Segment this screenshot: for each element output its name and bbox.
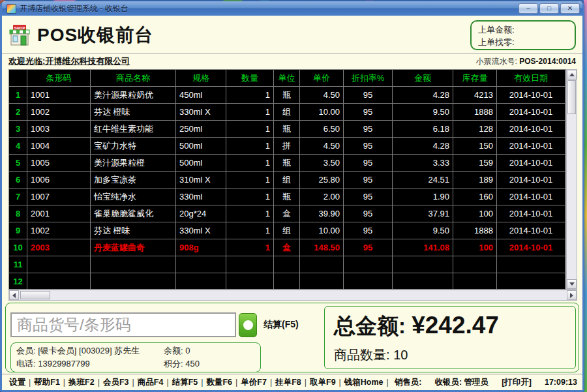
item-count-label: 商品数量: <box>334 348 390 362</box>
cell-price: 148.50 <box>300 239 344 256</box>
cell-discount: 95 <box>344 138 393 155</box>
cell-date <box>497 273 565 290</box>
toolbar-item[interactable]: 取单F9 <box>308 377 338 388</box>
toolbar-item[interactable]: 商品F4 <box>136 377 166 388</box>
cell-no: 5 <box>9 155 27 172</box>
cell-no: 4 <box>9 138 27 155</box>
toolbar-divider: | <box>385 378 390 387</box>
shop-icon: SHOP <box>8 25 31 46</box>
toolbar-item[interactable]: 挂单F8 <box>273 377 303 388</box>
toolbar-item[interactable]: 单价F7 <box>239 377 269 388</box>
cell-unit: 盒 <box>274 205 300 222</box>
vertical-scroll-track[interactable] <box>567 115 577 279</box>
receipt-number-value: POS-2014:0014 <box>519 57 576 66</box>
toolbar-item[interactable]: 数量F6 <box>204 377 234 388</box>
cell-no: 9 <box>9 222 27 239</box>
cell-discount: 95 <box>344 155 393 172</box>
vertical-scrollbar[interactable] <box>566 69 577 290</box>
cell-name: 加多宝凉茶 <box>91 172 176 188</box>
cell-price: 10.00 <box>300 222 344 239</box>
cell-stock <box>453 256 497 273</box>
column-header: 库存量 <box>453 70 497 87</box>
table-row[interactable]: 71007怡宝纯净水330ml1瓶2.00951.901602014-10-01 <box>9 188 565 205</box>
header: SHOP POS收银前台 上单金额: 上单找零: <box>2 16 582 53</box>
cell-stock: 1888 <box>453 104 497 121</box>
totals-box: 总金额: ¥242.47 商品数量: 10 <box>324 306 576 369</box>
cell-no: 7 <box>9 188 27 205</box>
cell-barcode: 1002 <box>27 222 91 239</box>
cell-no: 6 <box>9 172 27 188</box>
cell-price <box>300 256 344 273</box>
toolbar-item[interactable]: 设置 <box>7 377 27 388</box>
toolbar-item[interactable]: 帮助F1 <box>32 377 62 388</box>
cell-discount: 95 <box>344 172 393 188</box>
minimize-icon: – <box>526 5 530 12</box>
cell-spec: 330ml X <box>176 222 226 239</box>
cell-date: 2014-10-01 <box>497 155 565 172</box>
cell-unit: 瓶 <box>274 155 300 172</box>
table-row[interactable]: 82001雀巢脆脆鲨威化20g*241盒39.909537.911002014-… <box>9 205 565 222</box>
scroll-right-button[interactable] <box>567 290 577 300</box>
maximize-button[interactable]: □ <box>539 3 559 14</box>
cell-qty: 1 <box>226 121 274 138</box>
table-row[interactable]: 41004宝矿力水特500ml1拼4.50954.281502014-10-01 <box>9 138 565 155</box>
toolbar-item[interactable]: 换班F2 <box>67 377 97 388</box>
window-icon[interactable] <box>7 4 16 14</box>
toolbar-divider: | <box>200 378 204 387</box>
cell-stock: 160 <box>453 188 497 205</box>
scroll-up-button[interactable] <box>567 70 577 80</box>
page-title: POS收银前台 <box>37 23 153 48</box>
table-row[interactable]: 51005美汁源果粒橙500ml1瓶3.50953.331592014-10-0… <box>9 155 565 172</box>
function-toolbar: 设置|帮助F1|换班F2|会员F3|商品F4|结算F5|数量F6|单价F7|挂单… <box>2 374 582 390</box>
cell-barcode: 1006 <box>27 172 91 188</box>
cell-date: 2014-10-01 <box>497 104 565 121</box>
cell-barcode <box>27 256 91 273</box>
cell-barcode: 1004 <box>27 138 91 155</box>
minimize-button[interactable]: – <box>519 3 538 14</box>
scroll-left-button[interactable] <box>9 290 19 300</box>
toolbar-item[interactable]: 结算F5 <box>170 377 200 388</box>
table-row[interactable]: 11 <box>9 256 565 273</box>
member-info-box: 会员: [银卡会员] [003029] 苏先生 余额: 0 电话: 139299… <box>10 342 261 372</box>
cell-stock: 150 <box>453 138 497 155</box>
toolbar-item[interactable]: 钱箱Home <box>342 377 385 388</box>
arrow-up-icon <box>569 73 575 76</box>
cell-amount: 141.08 <box>393 239 453 256</box>
table-row[interactable]: 12 <box>9 273 565 290</box>
scroll-down-button[interactable] <box>567 279 577 289</box>
vertical-scroll-thumb[interactable] <box>567 80 576 114</box>
cell-date: 2014-10-01 <box>497 138 565 155</box>
table-row[interactable]: 31003红牛维生素功能250ml1瓶6.50956.181282014-10-… <box>9 121 565 138</box>
column-header: 规格 <box>176 70 226 87</box>
cell-spec: 250ml <box>176 121 226 138</box>
cell-name: 怡宝纯净水 <box>91 188 176 205</box>
table-row[interactable]: 91002芬达 橙味330ml X1组10.00959.5018882014-1… <box>9 222 565 239</box>
cell-price: 3.50 <box>300 155 344 172</box>
scan-button[interactable] <box>239 313 257 337</box>
cell-unit <box>274 273 300 290</box>
title-bar[interactable]: 开博店铺收银管理系统 - 收银台 – □ ✕ <box>2 1 582 16</box>
table-row[interactable]: 11001美汁源果粒奶优450ml1瓶4.50954.2842132014-10… <box>9 87 565 104</box>
cell-name: 宝矿力水特 <box>91 138 176 155</box>
table-row[interactable]: 21002芬达 橙味330ml X1组10.00959.5018882014-1… <box>9 104 565 121</box>
total-amount-value: ¥242.47 <box>412 312 499 339</box>
toolbar-item[interactable]: 会员F3 <box>101 377 131 388</box>
horizontal-scrollbar[interactable] <box>8 290 577 301</box>
cell-stock: 100 <box>453 205 497 222</box>
toolbar-divider: | <box>165 378 170 387</box>
horizontal-scroll-thumb[interactable] <box>20 291 50 299</box>
cell-amount: 6.18 <box>393 121 453 138</box>
cell-name <box>91 273 176 290</box>
table-row[interactable]: 102003丹麦蓝罐曲奇908g1盒148.5095141.081002014-… <box>9 239 565 256</box>
cell-barcode: 2001 <box>27 205 91 222</box>
table-row[interactable]: 61006加多宝凉茶310ml X1组25.809524.511892014-1… <box>9 172 565 188</box>
cell-amount: 4.28 <box>393 138 453 155</box>
cell-unit: 盒 <box>274 239 300 256</box>
cell-spec: 330ml X <box>176 104 226 121</box>
cell-name: 红牛维生素功能 <box>91 121 176 138</box>
settle-label: 结算(F5) <box>263 319 299 331</box>
sku-barcode-input[interactable] <box>10 312 236 337</box>
cell-spec: 330ml <box>176 188 226 205</box>
close-button[interactable]: ✕ <box>560 3 580 14</box>
cashier-label: 收银员: 管理员 <box>434 377 489 388</box>
